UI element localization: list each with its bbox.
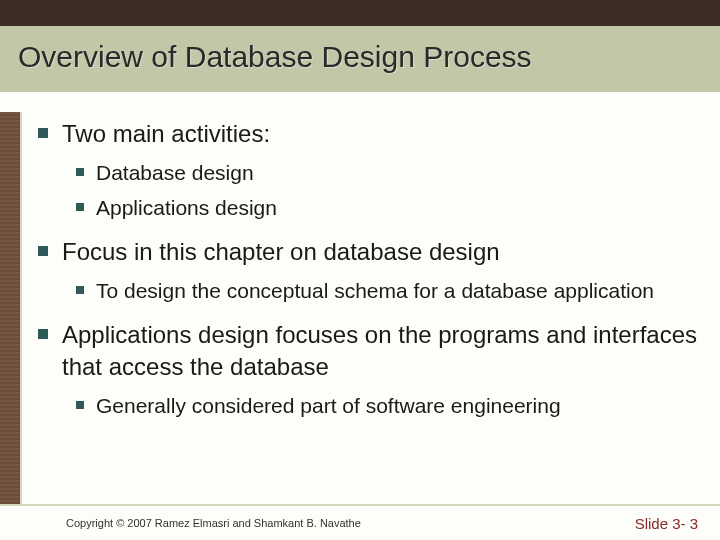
- copyright-text: Copyright © 2007 Ramez Elmasri and Shamk…: [66, 517, 361, 529]
- square-bullet-icon: [76, 203, 84, 211]
- bullet-text: Generally considered part of software en…: [96, 392, 561, 420]
- bullet-text: Applications design focuses on the progr…: [62, 319, 700, 381]
- square-bullet-icon: [76, 168, 84, 176]
- square-bullet-icon: [76, 286, 84, 294]
- slide-body: Two main activities: Database design App…: [38, 118, 700, 434]
- slide-footer: Copyright © 2007 Ramez Elmasri and Shamk…: [0, 506, 720, 540]
- bullet-text: Two main activities:: [62, 118, 270, 149]
- title-band: Overview of Database Design Process: [0, 26, 720, 92]
- square-bullet-icon: [38, 246, 48, 256]
- bullet-text: Focus in this chapter on database design: [62, 236, 500, 267]
- top-accent-bar: [0, 0, 720, 26]
- slide-title: Overview of Database Design Process: [18, 40, 702, 74]
- square-bullet-icon: [38, 329, 48, 339]
- bullet-text: To design the conceptual schema for a da…: [96, 277, 654, 305]
- square-bullet-icon: [38, 128, 48, 138]
- slide-number: Slide 3- 3: [635, 515, 698, 532]
- bullet-text: Database design: [96, 159, 254, 187]
- square-bullet-icon: [76, 401, 84, 409]
- left-accent-strip: [0, 112, 22, 506]
- bullet-text: Applications design: [96, 194, 277, 222]
